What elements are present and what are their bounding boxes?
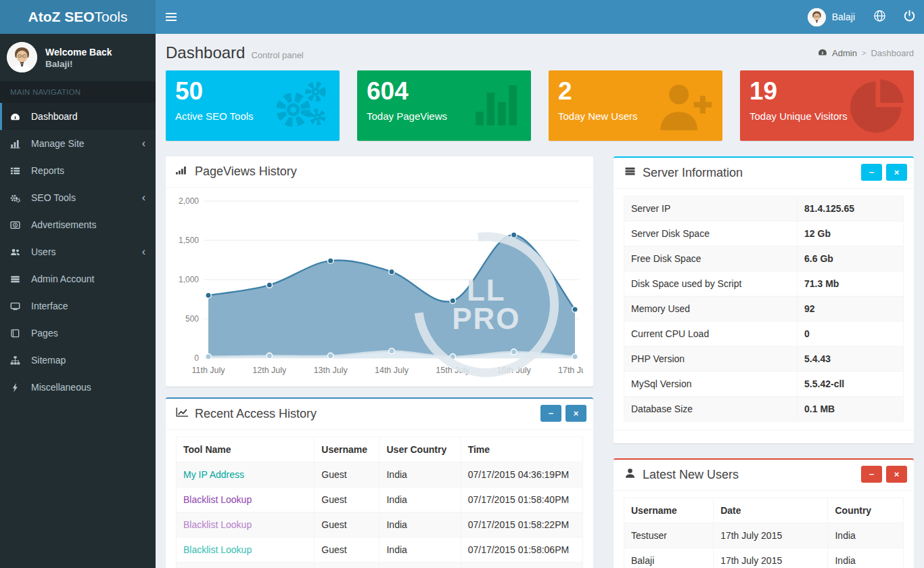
recent-access-history-panel: Recent Access History − × Tool NameUsern…: [166, 397, 593, 568]
table-row: Blacklist LookupGuestIndia07/17/2015 01:…: [177, 512, 583, 538]
sidebar-item-manage-site[interactable]: Manage Site‹: [0, 130, 156, 157]
stat-box-active-seo-tools[interactable]: 50Active SEO Tools: [166, 70, 340, 141]
server-info-label: Disk Space used by Script: [624, 271, 798, 297]
sidebar-user-panel: Welcome Back Balaji!: [0, 34, 156, 81]
sidebar-item-admin-account[interactable]: Admin Account: [0, 265, 156, 292]
username-cell: Guest: [315, 512, 379, 538]
tachometer-icon: [818, 47, 827, 59]
power-icon: [903, 9, 916, 25]
sidebar-item-label: Miscellaneous: [31, 382, 91, 393]
user-plus-icon: [652, 77, 716, 137]
collapse-button[interactable]: −: [861, 164, 882, 181]
close-button[interactable]: ×: [886, 164, 907, 181]
server-info-row: Free Disk Space6.6 Gb: [624, 246, 904, 271]
tool-link[interactable]: Blacklist Lookup: [183, 544, 252, 555]
server-info-label: Current CPU Load: [624, 322, 798, 347]
close-button[interactable]: ×: [565, 405, 586, 422]
stat-box-today-pageviews[interactable]: 604Today PageViews: [357, 70, 531, 141]
server-info-row: Server Disk Space12 Gb: [624, 221, 904, 246]
sidebar-item-users[interactable]: Users‹: [0, 238, 156, 265]
sidebar-item-pages[interactable]: Pages: [0, 320, 156, 347]
tool-link[interactable]: Blacklist Lookup: [183, 494, 252, 505]
server-info-value: 92: [798, 297, 904, 322]
tool-link[interactable]: My IP Address: [183, 469, 244, 480]
close-icon: ×: [894, 469, 900, 479]
collapse-button[interactable]: −: [540, 405, 561, 422]
server-icon: [624, 166, 637, 180]
server-information-panel: Server Information − × Server IP81.4.125…: [614, 156, 914, 443]
server-info-value: 81.4.125.65: [798, 196, 904, 221]
country-cell: India: [828, 523, 904, 548]
sidebar: Welcome Back Balaji! MAIN NAVIGATION Das…: [0, 34, 156, 568]
sidebar-item-advertisements[interactable]: Advertisements: [0, 211, 156, 238]
globe-icon: [873, 9, 886, 25]
sidebar-item-miscellaneous[interactable]: Miscellaneous: [0, 374, 156, 401]
language-globe-button[interactable]: [864, 0, 894, 34]
minus-icon: −: [869, 167, 875, 177]
svg-text:16th July: 16th July: [497, 366, 532, 375]
time-cell: 07/17/2015 01:58:40PM: [461, 487, 582, 512]
app-logo-bold: AtoZ SEO: [28, 9, 94, 25]
sidebar-section-label: MAIN NAVIGATION: [0, 81, 156, 103]
sidebar-item-label: Dashboard: [31, 111, 78, 122]
close-button[interactable]: ×: [886, 466, 907, 483]
users-icon: [10, 247, 25, 257]
book-icon: [10, 328, 25, 338]
time-cell: 07/17/2015 01:58:22PM: [461, 512, 582, 538]
sidebar-item-label: Sitemap: [31, 355, 66, 366]
sidebar-item-sitemap[interactable]: Sitemap: [0, 347, 156, 374]
desktop-icon: [10, 301, 25, 311]
stat-box-today-unique-visitors[interactable]: 19Today Unique Visitors: [740, 70, 914, 141]
sidebar-item-reports[interactable]: Reports: [0, 157, 156, 184]
svg-text:13th July: 13th July: [314, 366, 348, 375]
table-row: My IP AddressGuestIndia07/17/2015 04:36:…: [177, 462, 583, 487]
ad-icon: [10, 220, 25, 230]
breadcrumb-home[interactable]: Admin: [832, 48, 857, 58]
sidebar-toggle-button[interactable]: [156, 0, 187, 34]
stat-box-today-new-users[interactable]: 2Today New Users: [549, 70, 722, 141]
table-row: Keyword Position CheckerGuestIndia07/17/…: [177, 563, 583, 568]
sidebar-item-seo-tools[interactable]: SEO Tools‹: [0, 184, 156, 211]
close-icon: ×: [574, 408, 579, 418]
collapse-button[interactable]: −: [861, 466, 882, 483]
logout-power-button[interactable]: [894, 0, 924, 34]
user-menu[interactable]: Balaji: [798, 0, 864, 34]
latest-new-users-panel: Latest New Users − × UsernameDateCountry…: [614, 458, 914, 568]
app-logo[interactable]: AtoZ SEOTools: [0, 0, 156, 34]
latest-new-users-title: Latest New Users: [624, 468, 739, 482]
page-title: Dashboard Control panel: [166, 43, 304, 62]
server-info-label: Server Disk Space: [624, 221, 798, 246]
breadcrumb-current: Dashboard: [871, 48, 914, 58]
tachometer-icon: [10, 112, 25, 122]
content-header: Dashboard Control panel Admin > Dashboar…: [156, 34, 924, 70]
svg-text:2,000: 2,000: [179, 196, 199, 206]
username-cell: Guest: [315, 487, 379, 512]
sidebar-item-dashboard[interactable]: Dashboard: [0, 103, 156, 130]
welcome-text: Welcome Back: [45, 45, 112, 59]
server-info-value: 5.5.42-cll: [798, 372, 904, 397]
server-information-table: Server IP81.4.125.65Server Disk Space12 …: [624, 196, 904, 422]
user-icon: [624, 468, 637, 482]
content-area: Dashboard Control panel Admin > Dashboar…: [156, 0, 924, 568]
svg-text:15th July: 15th July: [436, 366, 470, 375]
pageviews-history-title: PageViews History: [176, 165, 297, 179]
sidebar-item-interface[interactable]: Interface: [0, 292, 156, 320]
breadcrumb-separator: >: [862, 49, 866, 57]
server-info-label: Free Disk Space: [624, 246, 798, 271]
bar-chart-icon: [10, 139, 25, 149]
svg-text:1,500: 1,500: [179, 236, 199, 245]
server-info-value: 6.6 Gb: [798, 246, 904, 271]
tool-link[interactable]: Blacklist Lookup: [183, 519, 252, 530]
user-country-cell: India: [379, 512, 461, 538]
column-header-username: Username: [315, 437, 379, 462]
user-country-cell: India: [379, 462, 461, 487]
username-cell: Balaji: [624, 548, 714, 568]
server-info-row: Memory Used92: [624, 297, 904, 322]
sidebar-item-label: Manage Site: [31, 138, 85, 149]
chevron-left-icon: ‹: [142, 138, 145, 149]
server-info-value: 71.3 Mb: [798, 271, 904, 297]
svg-text:17th July: 17th July: [558, 366, 583, 375]
column-header-user-country: User Country: [379, 437, 461, 462]
sidebar-item-label: Advertisements: [31, 219, 96, 230]
minus-icon: −: [869, 469, 875, 479]
